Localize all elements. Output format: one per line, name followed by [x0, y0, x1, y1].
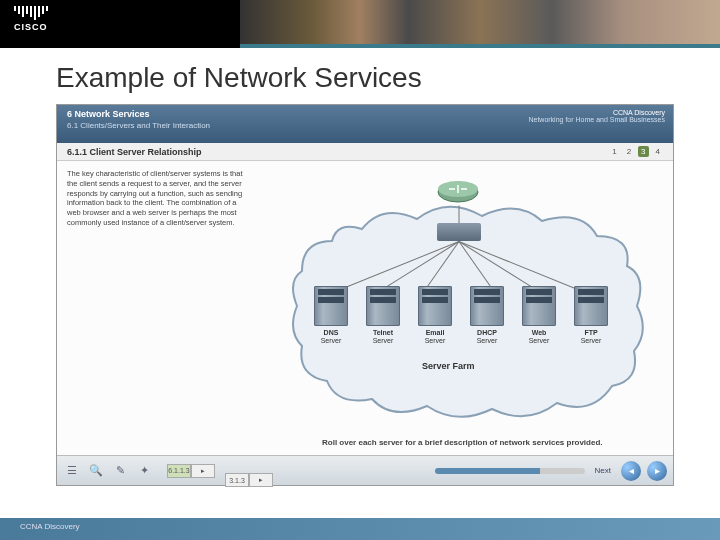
router-icon[interactable]: [437, 179, 479, 205]
footer-text: CCNA Discovery: [20, 522, 80, 531]
description-text: The key characteristic of client/server …: [57, 161, 262, 457]
server-label: TelnetServer: [366, 329, 400, 344]
page-indicator: 1 2 3 4: [609, 146, 663, 157]
crumb-go[interactable]: ▸: [191, 464, 215, 478]
cisco-logo-text: CISCO: [14, 22, 48, 32]
screenshot-body: The key characteristic of client/server …: [57, 161, 673, 457]
course-subtitle: Networking for Home and Small Businesses: [528, 116, 665, 123]
slide-top-banner: CISCO: [0, 0, 720, 48]
page-2[interactable]: 2: [624, 146, 634, 157]
page-3[interactable]: 3: [638, 146, 648, 157]
rollover-hint: Roll over each server for a brief descri…: [322, 438, 603, 447]
breadcrumb-tabs: 6.1.1.3 ▸: [167, 464, 215, 478]
server-email[interactable]: EmailServer: [418, 286, 452, 344]
server-icon: [418, 286, 452, 326]
embedded-screenshot: 6 Network Services 6.1 Clients/Servers a…: [56, 104, 674, 486]
slide-title: Example of Network Services: [0, 48, 720, 102]
next-button[interactable]: ▸: [647, 461, 667, 481]
server-icon: [522, 286, 556, 326]
server-label: FTPServer: [574, 329, 608, 344]
server-label: EmailServer: [418, 329, 452, 344]
slide-footer: CCNA Discovery: [0, 518, 720, 540]
switch-icon[interactable]: [437, 223, 481, 241]
server-ftp[interactable]: FTPServer: [574, 286, 608, 344]
banner-photo-strip: [240, 0, 720, 48]
course-block: CCNA Discovery Networking for Home and S…: [528, 109, 665, 123]
server-web[interactable]: WebServer: [522, 286, 556, 344]
server-label: WebServer: [522, 329, 556, 344]
server-label: DNSServer: [314, 329, 348, 344]
topic-title: 6.1.1 Client Server Relationship: [67, 147, 202, 157]
server-icon: [470, 286, 504, 326]
help-icon[interactable]: ✦: [135, 462, 153, 480]
screenshot-toolbar: ☰ 🔍 ✎ ✦ 6.1.1.3 ▸ 3.1.3 ▸ Next ◂ ▸: [57, 455, 673, 485]
server-icon: [574, 286, 608, 326]
screenshot-header: 6 Network Services 6.1 Clients/Servers a…: [57, 105, 673, 143]
index-icon[interactable]: ☰: [63, 462, 81, 480]
network-diagram: DNSServer TelnetServer EmailServer DHCPS…: [262, 161, 673, 457]
crumb-tab[interactable]: 6.1.1.3: [167, 464, 191, 478]
crumb-go-2[interactable]: ▸: [249, 473, 273, 487]
cisco-logo: CISCO: [14, 6, 48, 32]
server-telnet[interactable]: TelnetServer: [366, 286, 400, 344]
page-1[interactable]: 1: [609, 146, 619, 157]
server-dns[interactable]: DNSServer: [314, 286, 348, 344]
server-label: DHCPServer: [470, 329, 504, 344]
next-label: Next: [595, 466, 611, 475]
server-icon: [314, 286, 348, 326]
prev-button[interactable]: ◂: [621, 461, 641, 481]
progress-bar[interactable]: [435, 468, 585, 474]
screenshot-subheader: 6.1.1 Client Server Relationship 1 2 3 4: [57, 143, 673, 161]
cisco-bars-icon: [14, 6, 48, 20]
link-line: [459, 206, 460, 224]
search-icon[interactable]: 🔍: [87, 462, 105, 480]
course-name: CCNA Discovery: [528, 109, 665, 116]
server-dhcp[interactable]: DHCPServer: [470, 286, 504, 344]
page-4[interactable]: 4: [653, 146, 663, 157]
glossary-icon[interactable]: ✎: [111, 462, 129, 480]
server-farm-label: Server Farm: [422, 361, 475, 371]
crumb-tab-2[interactable]: 3.1.3: [225, 473, 249, 487]
breadcrumb-tabs-2: 3.1.3 ▸: [225, 473, 273, 487]
server-icon: [366, 286, 400, 326]
